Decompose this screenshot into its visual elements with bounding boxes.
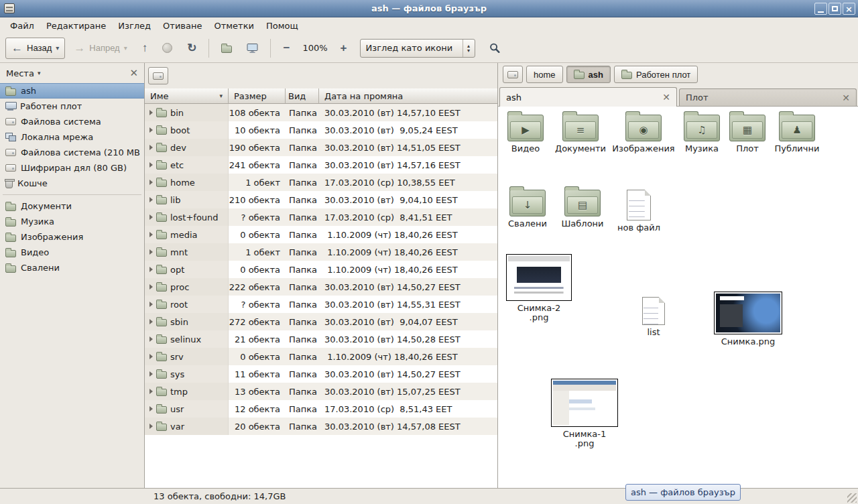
icon-view[interactable]: ▶Видео≡Документи◉Изображения♫Музика▦Плот… (498, 106, 858, 488)
minimize-button[interactable] (814, 3, 827, 15)
sidebar-item[interactable]: Музика (0, 214, 144, 229)
expander-icon[interactable] (149, 284, 153, 290)
expander-icon[interactable] (149, 145, 153, 150)
menubar-item[interactable]: Изглед (112, 19, 157, 32)
expander-icon[interactable] (149, 336, 153, 342)
column-header-name[interactable]: Име ▾ (145, 88, 229, 104)
icon-view-item[interactable]: Снимка-2.png (504, 254, 574, 322)
expander-icon[interactable] (149, 267, 153, 272)
menubar-item[interactable]: Отиване (157, 19, 208, 32)
column-header-modified[interactable]: Дата на промяна (319, 88, 497, 104)
zoom-in-button[interactable]: + (334, 38, 353, 59)
sidebar-item[interactable]: Файлова система (0, 114, 144, 129)
reload-button[interactable]: ↻ (181, 38, 202, 59)
table-row[interactable]: root? обектаПапка30.03.2010 (вт) 14,55,3… (145, 296, 497, 313)
expander-icon[interactable] (149, 302, 153, 307)
expander-icon[interactable] (149, 162, 153, 168)
sidebar-item[interactable]: ash (0, 83, 144, 99)
sidebar-item[interactable]: Видео (0, 245, 144, 260)
table-row[interactable]: srv0 обектаПапка 1.10.2009 (чт) 18,40,26… (145, 348, 497, 365)
tab[interactable]: ash✕ (499, 87, 677, 107)
table-row[interactable]: etc241 обектаПапка30.03.2010 (вт) 14,57,… (145, 156, 497, 174)
home-button[interactable] (215, 38, 238, 59)
expander-icon[interactable] (149, 319, 153, 324)
expander-icon[interactable] (149, 180, 153, 185)
table-row[interactable]: bin108 обектаПапка30.03.2010 (вт) 14,57,… (145, 104, 497, 121)
table-row[interactable]: opt0 обектаПапка 1.10.2009 (чт) 18,40,26… (145, 261, 497, 278)
pathbar-button[interactable]: home (526, 66, 563, 83)
icon-view-item[interactable]: ◉Изображения (611, 115, 676, 153)
table-row[interactable]: proc222 обектаПапка30.03.2010 (вт) 14,50… (145, 278, 497, 296)
pathbar-button[interactable]: ash (566, 66, 611, 83)
expander-icon[interactable] (149, 389, 153, 394)
view-mode-select[interactable]: Изглед като икони ▴▾ (360, 39, 475, 58)
resize-grip[interactable] (847, 493, 857, 503)
table-row[interactable]: media0 обектаПапка 1.10.2009 (чт) 18,40,… (145, 226, 497, 243)
column-header-size[interactable]: Размер (229, 88, 286, 104)
icon-view-item[interactable]: ↓Свалени (500, 190, 555, 229)
table-row[interactable]: lib210 обектаПапка30.03.2010 (вт) 9,04,1… (145, 191, 497, 208)
tab[interactable]: Плот✕ (679, 88, 857, 106)
icon-view-item[interactable]: Снимка.png (712, 292, 784, 346)
expander-icon[interactable] (149, 214, 153, 220)
sidebar-item[interactable]: Шифриран дял (80 GB) (0, 160, 144, 176)
table-row[interactable]: sys11 обектаПапка30.03.2010 (вт) 14,50,2… (145, 365, 497, 383)
icon-view-item[interactable]: Снимка-1.png (548, 379, 621, 448)
expander-icon[interactable] (149, 249, 153, 255)
menubar-item[interactable]: Редактиране (40, 19, 112, 32)
root-location-button[interactable] (148, 67, 168, 84)
zoom-out-button[interactable]: − (277, 38, 296, 59)
up-button[interactable]: ↑ (136, 38, 154, 59)
menubar-item[interactable]: Помощ (260, 19, 304, 32)
table-row[interactable]: var20 обектаПапка30.03.2010 (вт) 14,57,0… (145, 418, 497, 435)
table-row[interactable]: tmp13 обектаПапка30.03.2010 (вт) 15,07,2… (145, 383, 497, 400)
expander-icon[interactable] (149, 354, 153, 359)
icon-view-item[interactable]: list (625, 297, 682, 337)
menubar-item[interactable]: Файл (4, 19, 40, 32)
column-header-type[interactable]: Вид (286, 88, 319, 104)
icon-view-item[interactable]: ≡Документи (551, 115, 610, 153)
sidebar-item[interactable]: Изображения (0, 229, 144, 245)
sidebar-item[interactable]: Работен плот (0, 99, 144, 114)
expander-icon[interactable] (149, 232, 153, 237)
expander-icon[interactable] (149, 424, 153, 429)
icon-view-item[interactable]: ▤Шаблони (555, 190, 610, 229)
expander-icon[interactable] (149, 406, 153, 412)
table-row[interactable]: dev190 обектаПапка30.03.2010 (вт) 14,51,… (145, 139, 497, 156)
table-row[interactable]: mnt1 обектПапка 1.10.2009 (чт) 18,40,26 … (145, 243, 497, 261)
pathbar-root-button[interactable] (503, 66, 523, 83)
icon-view-item[interactable]: нов файл (610, 190, 668, 233)
icon-view-item[interactable]: ▦Плот (725, 115, 770, 153)
table-row[interactable]: lost+found? обектаПапка17.03.2010 (ср) 8… (145, 208, 497, 226)
menubar-item[interactable]: Отметки (208, 19, 259, 32)
expander-icon[interactable] (149, 110, 153, 115)
sidebar-item[interactable]: Кошче (0, 176, 144, 191)
icon-view-item[interactable]: ♟Публични (768, 115, 826, 153)
tab-close-icon[interactable]: ✕ (662, 92, 670, 102)
expander-icon[interactable] (149, 197, 153, 202)
sidebar-item[interactable]: Свалени (0, 260, 144, 275)
computer-button[interactable] (241, 38, 264, 59)
back-button[interactable]: ← Назад ▾ (5, 38, 65, 59)
taskbar-window-button[interactable]: ash — файлов браузър (625, 484, 741, 501)
maximize-button[interactable] (829, 3, 841, 15)
icon-view-item[interactable]: ▶Видео (500, 115, 551, 153)
sidebar-close-icon[interactable]: ✕ (129, 68, 138, 78)
titlebar[interactable]: ash — файлов браузър × (0, 0, 858, 17)
table-row[interactable]: sbin272 обектаПапка30.03.2010 (вт) 9,04,… (145, 313, 497, 330)
table-row[interactable]: selinux21 обектаПапка30.03.2010 (вт) 14,… (145, 330, 497, 348)
stop-button[interactable] (156, 38, 178, 59)
close-button[interactable]: × (843, 3, 855, 15)
table-row[interactable]: boot10 обектаПапка30.03.2010 (вт) 9,05,2… (145, 121, 497, 139)
sidebar-item[interactable]: Файлова система (210 MB) (0, 145, 144, 160)
sidebar-item[interactable]: Локална мрежа (0, 129, 144, 145)
sidebar-item[interactable]: Документи (0, 198, 144, 214)
search-button[interactable] (483, 38, 506, 59)
icon-view-item[interactable]: ♫Музика (676, 115, 728, 153)
table-row[interactable]: usr12 обектаПапка17.03.2010 (ср) 8,51,43… (145, 400, 497, 418)
sidebar-mode-chevron-icon[interactable]: ▾ (38, 70, 41, 76)
forward-button[interactable]: → Напред ▾ (68, 38, 133, 59)
expander-icon[interactable] (149, 127, 153, 133)
pathbar-button[interactable]: Работен плот (614, 66, 698, 83)
table-row[interactable]: home1 обектПапка17.03.2010 (ср) 10,38,55… (145, 174, 497, 191)
